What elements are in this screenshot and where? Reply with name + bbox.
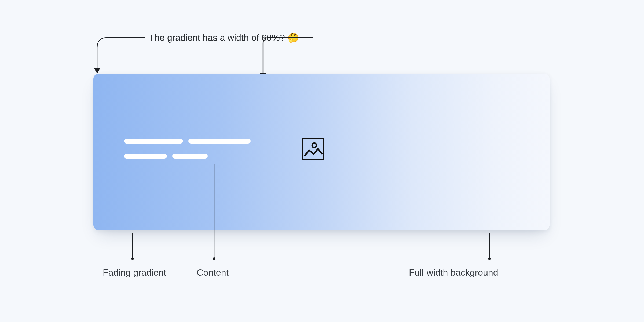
label-content: Content xyxy=(197,267,229,278)
svg-point-7 xyxy=(488,257,491,260)
label-fading-gradient: Fading gradient xyxy=(103,267,166,278)
label-full-width-background: Full-width background xyxy=(409,267,498,278)
diagram-stage: The gradient has a width of 60%? 🤔 xyxy=(0,0,644,322)
leader-full-width-bg xyxy=(0,0,644,322)
